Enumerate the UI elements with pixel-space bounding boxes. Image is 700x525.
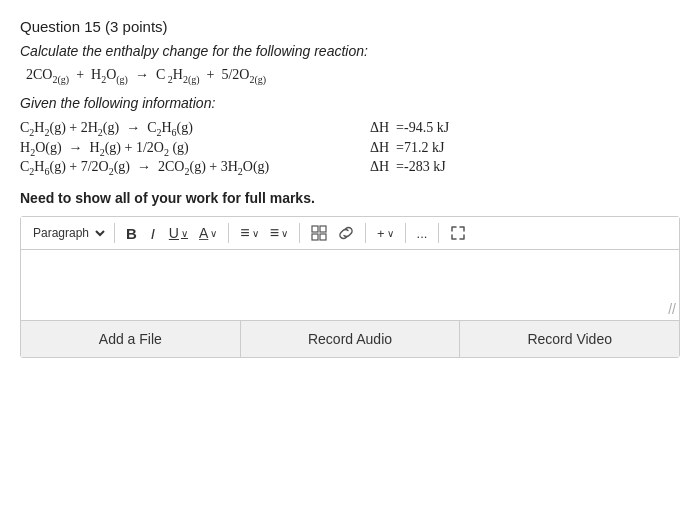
insert-group [306,222,359,244]
fullscreen-icon [450,225,466,241]
reaction-1: C2H2(g) + 2H2(g) → C2H6(g) [20,119,340,139]
question-header: Question 15 (3 points) [20,18,680,35]
instruction-text: Calculate the enthalpy change for the fo… [20,43,680,59]
record-audio-button[interactable]: Record Audio [241,321,461,357]
plus-chevron: ∨ [387,228,394,239]
thermo-table: C2H2(g) + 2H2(g) → C2H6(g) ΔH =-94.5 kJ … [20,119,680,178]
given-label: Given the following information: [20,95,680,111]
rich-text-editor: Paragraph Heading 1 Heading 2 B I U ∨ A … [20,216,680,358]
align-group: ≡ ∨ ≡ ∨ [235,221,293,245]
bold-note: Need to show all of your work for full m… [20,190,680,206]
svg-rect-2 [312,234,318,240]
paragraph-group: Paragraph Heading 1 Heading 2 [27,223,108,243]
toolbar: Paragraph Heading 1 Heading 2 B I U ∨ A … [21,217,679,250]
paragraph-select[interactable]: Paragraph Heading 1 Heading 2 [27,223,108,243]
format-group: B I U ∨ A ∨ [121,222,222,245]
font-color-button[interactable]: A ∨ [194,222,222,244]
reaction-3: C2H6(g) + 7/2O2(g) → 2CO2(g) + 3H2O(g) [20,158,340,178]
underline-chevron: ∨ [181,228,188,239]
main-reaction: 2CO2(g) + H2O(g) → C 2H2(g) + 5/2O2(g) [20,67,680,85]
given-section: Given the following information: C2H2(g)… [20,95,680,178]
dh-2: ΔH =71.2 kJ [340,139,680,159]
divider-1 [114,223,115,243]
question-number: Question 15 [20,18,101,35]
italic-button[interactable]: I [143,222,163,245]
editor-body[interactable]: // [21,250,679,320]
plus-group: + ∨ [372,223,399,244]
link-icon [338,225,354,241]
table-row: C2H2(g) + 2H2(g) → C2H6(g) ΔH =-94.5 kJ [20,119,680,139]
list-chevron: ∨ [281,228,288,239]
divider-2 [228,223,229,243]
dh-3: ΔH =-283 kJ [340,158,680,178]
divider-4 [365,223,366,243]
table-icon [311,225,327,241]
resize-handle: // [668,301,676,317]
record-video-button[interactable]: Record Video [460,321,679,357]
underline-button[interactable]: U ∨ [164,222,193,244]
align-button[interactable]: ≡ ∨ [235,221,263,245]
table-button[interactable] [306,222,332,244]
action-buttons-bar: Add a File Record Audio Record Video [21,320,679,357]
list-button[interactable]: ≡ ∨ [265,221,293,245]
table-row: H2O(g) → H2(g) + 1/2O2 (g) ΔH =71.2 kJ [20,139,680,159]
more-button[interactable]: ... [412,223,433,244]
table-row: C2H6(g) + 7/2O2(g) → 2CO2(g) + 3H2O(g) Δ… [20,158,680,178]
reaction-2: H2O(g) → H2(g) + 1/2O2 (g) [20,139,340,159]
svg-rect-3 [320,234,326,240]
plus-button[interactable]: + ∨ [372,223,399,244]
question-points: (3 points) [105,18,168,35]
font-color-chevron: ∨ [210,228,217,239]
fullscreen-button[interactable] [445,222,471,244]
divider-6 [438,223,439,243]
svg-rect-1 [320,226,326,232]
align-chevron: ∨ [252,228,259,239]
divider-3 [299,223,300,243]
page-container: Question 15 (3 points) Calculate the ent… [0,0,700,372]
divider-5 [405,223,406,243]
svg-rect-0 [312,226,318,232]
bold-button[interactable]: B [121,222,142,245]
dh-1: ΔH =-94.5 kJ [340,119,680,139]
add-file-button[interactable]: Add a File [21,321,241,357]
link-button[interactable] [333,222,359,244]
